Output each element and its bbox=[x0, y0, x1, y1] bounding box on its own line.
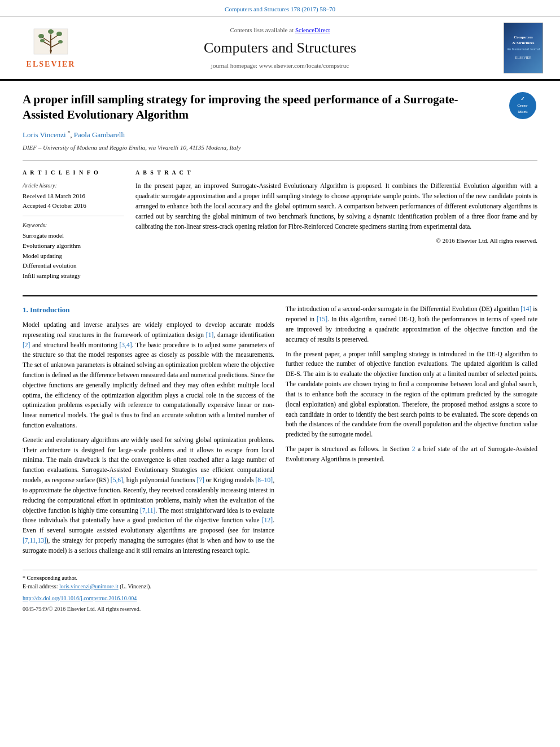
ref-15[interactable]: [15] bbox=[317, 316, 327, 322]
elsevier-logo: ELSEVIER bbox=[17, 26, 85, 70]
crossmark-badge[interactable]: ✓Cross-Mark bbox=[509, 92, 537, 120]
intro-paragraph-4: In the present paper, a proper infill sa… bbox=[286, 350, 537, 440]
author-affiliation: DIEF – University of Modena and Reggio E… bbox=[23, 143, 537, 152]
abstract-heading: A B S T R A C T bbox=[135, 168, 537, 177]
article-content: A proper infill sampling strategy for im… bbox=[0, 81, 560, 624]
author-vincenzi-sup: * bbox=[68, 130, 71, 136]
journal-cover-image: Computers& Structures An International J… bbox=[504, 23, 543, 73]
keyword-3: Model updating bbox=[23, 251, 124, 261]
intro-paragraph-5: The paper is structured as follows. In S… bbox=[286, 444, 537, 465]
elsevier-logo-section: ELSEVIER bbox=[17, 26, 85, 70]
main-body-section: 1. Introduction Model updating and inver… bbox=[23, 295, 537, 560]
ref-14[interactable]: [14] bbox=[520, 305, 531, 312]
corresponding-author-note: * Corresponding author. bbox=[23, 574, 537, 582]
corresponding-author-label: * Corresponding author. bbox=[23, 575, 77, 581]
elsevier-tree-icon bbox=[31, 26, 71, 57]
article-title: A proper infill sampling strategy for im… bbox=[23, 92, 509, 123]
keyword-4: Differential evolution bbox=[23, 261, 124, 271]
email-label: E-mail address: bbox=[23, 583, 58, 589]
authors-line: Loris Vincenzi *, Paola Gambarelli bbox=[23, 129, 537, 141]
article-title-section: A proper infill sampling strategy for im… bbox=[23, 92, 537, 123]
author-gambarelli-link[interactable]: Paola Gambarelli bbox=[74, 130, 125, 139]
crossmark-icon: ✓Cross-Mark bbox=[509, 92, 536, 119]
email-person: (L. Vincenzi). bbox=[120, 583, 151, 589]
ref-8-10[interactable]: [8–10] bbox=[255, 477, 273, 483]
contents-available-text: Contents lists available at ScienceDirec… bbox=[85, 25, 475, 35]
svg-point-7 bbox=[56, 32, 62, 36]
journal-citation-text: Computers and Structures 178 (2017) 58–7… bbox=[225, 6, 335, 12]
article-history-section: Article history: Received 18 March 2016 … bbox=[23, 181, 124, 210]
cover-journal-subtitle: An International Journal bbox=[507, 47, 540, 52]
article-info-heading: A R T I C L E I N F O bbox=[23, 168, 124, 177]
article-info-abstract-layout: A R T I C L E I N F O Article history: R… bbox=[23, 160, 537, 286]
email-link[interactable]: loris.vincenzi@unimore.it bbox=[59, 583, 119, 589]
ref-5-6[interactable]: [5,6] bbox=[111, 477, 123, 483]
footer-copyright: 0045-7949/© 2016 Elsevier Ltd. All right… bbox=[23, 605, 537, 613]
article-footer: * Corresponding author. E-mail address: … bbox=[23, 570, 537, 613]
intro-paragraph-3: The introduction of a second-order surro… bbox=[286, 304, 537, 344]
cover-elsevier-logo: ELSEVIER bbox=[515, 55, 531, 60]
body-left-column: 1. Introduction Model updating and inver… bbox=[23, 304, 274, 560]
ref-2[interactable]: [2] bbox=[23, 342, 30, 348]
ref-12[interactable]: [12] bbox=[262, 517, 273, 523]
svg-point-8 bbox=[40, 39, 45, 42]
svg-point-10 bbox=[48, 29, 54, 34]
email-note: E-mail address: loris.vincenzi@unimore.i… bbox=[23, 582, 537, 591]
author-vincenzi: Loris Vincenzi *, Paola Gambarelli bbox=[23, 130, 125, 139]
svg-point-9 bbox=[58, 40, 63, 43]
keyword-5: Infill sampling strategy bbox=[23, 271, 124, 281]
journal-header: ELSEVIER Contents lists available at Sci… bbox=[0, 17, 560, 81]
journal-header-center: Contents lists available at ScienceDirec… bbox=[85, 25, 475, 71]
keyword-1: Surrogate model bbox=[23, 231, 124, 241]
keywords-label: Keywords: bbox=[23, 221, 124, 229]
abstract-text: In the present paper, an improved Surrog… bbox=[135, 181, 537, 231]
ref-1[interactable]: [1] bbox=[206, 331, 213, 338]
keywords-section: Keywords: Surrogate model Evolutionary a… bbox=[23, 221, 124, 281]
cover-journal-title: Computers& Structures bbox=[513, 35, 535, 45]
ref-3-4[interactable]: [3,4] bbox=[120, 342, 132, 348]
footer-links-section: http://dx.doi.org/10.1016/j.compstruc.20… bbox=[23, 594, 537, 602]
intro-paragraph-1: Model updating and inverse analyses are … bbox=[23, 320, 274, 431]
journal-cover-section: Computers& Structures An International J… bbox=[475, 23, 543, 73]
accepted-date: Accepted 4 October 2016 bbox=[23, 201, 124, 211]
body-right-column: The introduction of a second-order surro… bbox=[286, 304, 537, 560]
journal-homepage: journal homepage: www.elsevier.com/locat… bbox=[85, 61, 475, 71]
elsevier-wordmark: ELSEVIER bbox=[27, 58, 76, 70]
intro-paragraph-2: Genetic and evolutionary algorithms are … bbox=[23, 435, 274, 556]
article-info-column: A R T I C L E I N F O Article history: R… bbox=[23, 168, 124, 286]
introduction-heading: 1. Introduction bbox=[23, 304, 274, 316]
received-date: Received 18 March 2016 bbox=[23, 191, 124, 201]
ref-7-11-13[interactable]: [7,11,13] bbox=[23, 537, 46, 544]
keyword-2: Evolutionary algorithm bbox=[23, 241, 124, 251]
svg-point-6 bbox=[38, 34, 44, 38]
journal-citation-header: Computers and Structures 178 (2017) 58–7… bbox=[0, 0, 560, 17]
ref-section-2[interactable]: 2 bbox=[412, 445, 415, 452]
sciencedirect-link[interactable]: ScienceDirect bbox=[295, 27, 330, 33]
abstract-column: A B S T R A C T In the present paper, an… bbox=[135, 168, 537, 286]
ref-7-11[interactable]: [7,11] bbox=[140, 507, 155, 514]
copyright-line: © 2016 Elsevier Ltd. All rights reserved… bbox=[135, 236, 537, 246]
author-vincenzi-link[interactable]: Loris Vincenzi bbox=[23, 130, 66, 139]
history-label: Article history: bbox=[23, 181, 124, 190]
journal-title: Computers and Structures bbox=[85, 37, 475, 59]
svg-point-11 bbox=[50, 50, 52, 52]
doi-link[interactable]: http://dx.doi.org/10.1016/j.compstruc.20… bbox=[23, 594, 137, 602]
ref-7[interactable]: [7] bbox=[196, 477, 204, 483]
